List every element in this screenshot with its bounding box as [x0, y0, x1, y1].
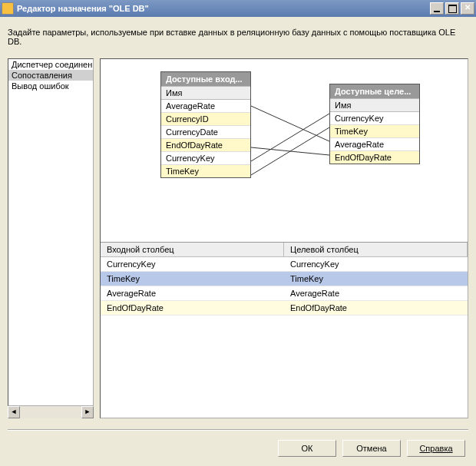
dest-box-title: Доступные целе... [330, 84, 419, 98]
grid-cell-input[interactable]: CurrencyKey [101, 257, 284, 272]
grid-cell-input[interactable]: TimeKey [101, 272, 284, 286]
svg-line-2 [251, 114, 329, 161]
mapping-grid: Входной столбец Целевой столбец Currency… [101, 242, 468, 316]
input-box-title: Доступные вход... [161, 72, 250, 86]
input-col-row[interactable]: CurrencyDate [161, 126, 250, 139]
grid-cell-input[interactable]: EndOfDayRate [101, 301, 284, 316]
dest-col-row[interactable]: CurrencyKey [330, 112, 419, 125]
sidebar-item-connection[interactable]: Диспетчер соединений [8, 59, 93, 70]
dest-columns-box[interactable]: Доступные целе... Имя CurrencyKeyTimeKey… [329, 84, 420, 164]
ok-button[interactable]: ОК [278, 440, 336, 457]
svg-line-1 [251, 147, 329, 155]
grid-cell-input[interactable]: AverageRate [101, 286, 284, 301]
grid-cell-target[interactable]: TimeKey [284, 272, 468, 286]
grid-cell-target[interactable]: EndOfDayRate [284, 301, 468, 316]
scroll-track[interactable] [20, 406, 81, 418]
sidebar-item-mappings[interactable]: Сопоставления [8, 70, 93, 81]
scroll-left-button[interactable]: ◄ [8, 406, 20, 418]
grid-row[interactable]: AverageRateAverageRate [101, 286, 468, 301]
sidebar: Диспетчер соединений Сопоставления Вывод… [8, 58, 94, 406]
description-text: Задайте параметры, используемые при вста… [8, 28, 468, 46]
grid-row[interactable]: CurrencyKeyCurrencyKey [101, 257, 468, 272]
grid-row[interactable]: EndOfDayRateEndOfDayRate [101, 301, 468, 316]
input-col-row[interactable]: CurrencyID [161, 113, 250, 126]
input-col-row[interactable]: AverageRate [161, 100, 250, 113]
input-box-subhead: Имя [161, 86, 250, 100]
input-col-row[interactable]: TimeKey [161, 165, 250, 177]
app-icon [2, 2, 14, 15]
grid-cell-target[interactable]: CurrencyKey [284, 257, 468, 272]
window-buttons: ✕ [430, 2, 474, 15]
maximize-button[interactable] [445, 2, 459, 15]
cancel-button[interactable]: Отмена [342, 440, 401, 457]
dest-col-row[interactable]: EndOfDayRate [330, 151, 419, 164]
close-button[interactable]: ✕ [461, 2, 474, 15]
grid-header-target[interactable]: Целевой столбец [284, 243, 468, 257]
grid-row[interactable]: TimeKeyTimeKey [101, 272, 468, 286]
input-col-row[interactable]: CurrencyKey [161, 152, 250, 165]
content-panel: Доступные вход... Имя AverageRateCurrenc… [100, 58, 468, 418]
dialog-buttons: ОК Отмена Справка [278, 440, 465, 457]
dest-col-row[interactable]: TimeKey [330, 125, 419, 138]
svg-line-3 [251, 127, 329, 175]
help-button-text: Справка [419, 444, 452, 453]
footer-separator [8, 429, 468, 431]
input-col-row[interactable]: EndOfDayRate [161, 139, 250, 152]
grid-cell-target[interactable]: AverageRate [284, 286, 468, 301]
scroll-right-button[interactable]: ► [81, 406, 94, 418]
mapping-diagram: Доступные вход... Имя AverageRateCurrenc… [101, 59, 468, 242]
grid-header-input[interactable]: Входной столбец [101, 243, 284, 257]
input-columns-box[interactable]: Доступные вход... Имя AverageRateCurrenc… [160, 71, 251, 178]
minimize-button[interactable] [430, 2, 444, 15]
dest-col-row[interactable]: AverageRate [330, 138, 419, 151]
svg-line-0 [251, 106, 329, 141]
grid-header: Входной столбец Целевой столбец [101, 243, 468, 257]
sidebar-item-errors[interactable]: Вывод ошибок [8, 81, 93, 91]
dest-box-subhead: Имя [330, 98, 419, 112]
help-button[interactable]: Справка [407, 440, 465, 457]
window-title: Редактор назначения "OLE DB" [17, 4, 430, 13]
titlebar[interactable]: Редактор назначения "OLE DB" ✕ [0, 0, 476, 17]
sidebar-hscroll[interactable]: ◄ ► [8, 406, 94, 418]
